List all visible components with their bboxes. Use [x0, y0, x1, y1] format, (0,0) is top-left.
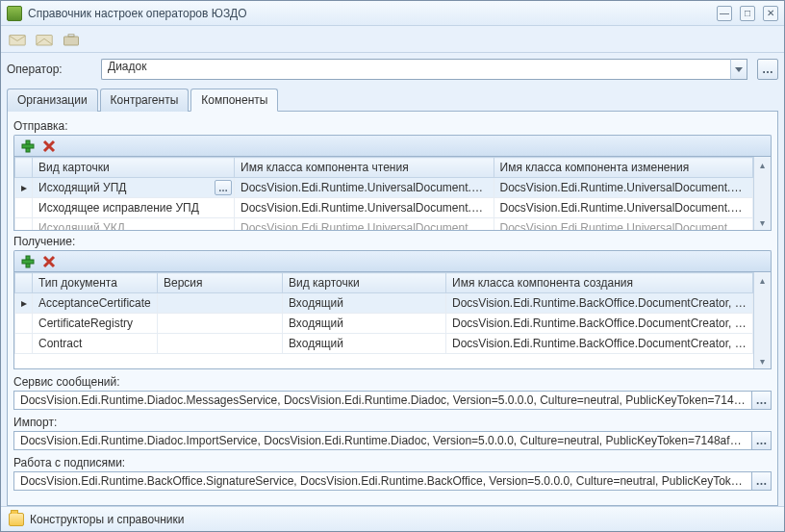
receiving-cell-card[interactable]: Входящий	[283, 314, 446, 334]
tab-components[interactable]: Компоненты	[190, 89, 278, 112]
sending-row[interactable]: Исходящее исправление УПД DocsVision.Edi…	[15, 198, 753, 218]
svg-rect-7	[22, 260, 34, 264]
receiving-cell-card[interactable]: Входящий	[283, 293, 446, 314]
sending-add-button[interactable]	[20, 139, 36, 154]
signatures-label: Работа с подписями:	[13, 456, 772, 469]
row-indicator-header	[15, 158, 33, 178]
sending-cell-read[interactable]: DocsVision.Edi.Runtime.UniversalDocument…	[235, 218, 494, 231]
receiving-cell-card[interactable]: Входящий	[283, 334, 446, 354]
main-toolbar	[1, 26, 784, 53]
sending-cell-card[interactable]: Исходящий УКД	[33, 218, 235, 231]
signatures-block: Работа с подписями: DocsVision.Edi.Runti…	[13, 456, 772, 491]
tab-organizations[interactable]: Организации	[7, 89, 98, 112]
receiving-label: Получение:	[13, 235, 772, 248]
title-bar: Справочник настроек операторов ЮЗДО — □ …	[1, 1, 784, 26]
sending-cell-read[interactable]: DocsVision.Edi.Runtime.UniversalDocument…	[235, 178, 494, 198]
sending-cell-change[interactable]: DocsVision.Edi.Runtime.UniversalDocument…	[494, 198, 753, 218]
svg-rect-2	[64, 37, 79, 45]
receiving-scrollbar[interactable]: ▴ ▾	[753, 272, 771, 368]
receiving-cell-create[interactable]: DocsVision.Edi.Runtime.BackOffice.Docume…	[446, 293, 753, 314]
chevron-down-icon	[735, 67, 743, 72]
tab-counterparties[interactable]: Контрагенты	[100, 89, 190, 112]
signatures-input[interactable]: DocsVision.Edi.Runtime.BackOffice.Signat…	[13, 471, 752, 491]
close-button[interactable]: ✕	[763, 6, 778, 21]
sending-cell-read[interactable]: DocsVision.Edi.Runtime.UniversalDocument…	[235, 198, 494, 218]
receiving-cell-version[interactable]	[158, 293, 283, 314]
sending-cell-card[interactable]: Исходящее исправление УПД	[33, 198, 235, 218]
scroll-up-icon[interactable]: ▴	[755, 272, 771, 288]
operator-dropdown-button[interactable]	[730, 59, 747, 80]
scroll-up-icon[interactable]: ▴	[755, 157, 771, 172]
sending-cell-change[interactable]: DocsVision.Edi.Runtime.UniversalDocument…	[494, 218, 753, 231]
receiving-row[interactable]: ▸ AcceptanceCertificate Входящий DocsVis…	[15, 293, 753, 314]
receiving-row[interactable]: Contract Входящий DocsVision.Edi.Runtime…	[15, 334, 753, 354]
current-row-marker-icon: ▸	[15, 178, 33, 198]
receiving-col-create[interactable]: Имя класса компонента создания	[446, 273, 753, 293]
current-row-marker-icon: ▸	[15, 293, 33, 314]
receiving-delete-button[interactable]	[41, 254, 57, 269]
receiving-cell-create[interactable]: DocsVision.Edi.Runtime.BackOffice.Docume…	[446, 314, 753, 334]
sending-scrollbar[interactable]: ▴ ▾	[753, 157, 771, 230]
signatures-browse-button[interactable]: …	[752, 471, 772, 491]
message-service-input[interactable]: DocsVision.Edi.Runtime.Diadoc.MessagesSe…	[13, 391, 752, 410]
mail-in-icon[interactable]	[7, 30, 28, 49]
maximize-button[interactable]: □	[740, 6, 755, 21]
window-buttons: — □ ✕	[717, 6, 778, 21]
message-service-label: Сервис сообщений:	[13, 375, 772, 389]
scroll-down-icon[interactable]: ▾	[755, 353, 771, 368]
folder-icon	[9, 513, 24, 526]
svg-rect-0	[10, 35, 26, 45]
sending-cell-change[interactable]: DocsVision.Edi.Runtime.UniversalDocument…	[494, 178, 753, 198]
app-window: Справочник настроек операторов ЮЗДО — □ …	[0, 0, 785, 532]
receiving-cell-type[interactable]: CertificateRegistry	[33, 314, 158, 334]
operator-row: Оператор: Диадок …	[7, 59, 778, 80]
sending-label: Отправка:	[13, 119, 772, 133]
message-service-block: Сервис сообщений: DocsVision.Edi.Runtime…	[13, 375, 772, 410]
receiving-col-type[interactable]: Тип документа	[33, 273, 158, 293]
body-area: Оператор: Диадок … Организации Контраген…	[1, 53, 784, 506]
sending-col-card[interactable]: Вид карточки	[33, 158, 235, 178]
import-input[interactable]: DocsVision.Edi.Runtime.Diadoc.ImportServ…	[13, 431, 752, 450]
receiving-cell-version[interactable]	[158, 334, 283, 354]
sending-grid-toolbar	[13, 135, 772, 156]
operator-label: Оператор:	[7, 63, 95, 76]
receiving-add-button[interactable]	[20, 254, 36, 269]
receiving-grid: Тип документа Версия Вид карточки Имя кл…	[13, 271, 772, 369]
window-title: Справочник настроек операторов ЮЗДО	[28, 7, 717, 20]
bottom-bar-label: Конструкторы и справочники	[30, 513, 184, 526]
operator-value[interactable]: Диадок	[101, 59, 730, 80]
receiving-cell-version[interactable]	[158, 314, 283, 334]
tab-content-components: Отправка: Вид карточки	[7, 112, 778, 506]
minimize-button[interactable]: —	[717, 6, 732, 21]
scroll-down-icon[interactable]: ▾	[755, 215, 771, 230]
svg-rect-5	[22, 144, 34, 148]
receiving-grid-toolbar	[13, 250, 772, 271]
sending-row[interactable]: Исходящий УКД DocsVision.Edi.Runtime.Uni…	[15, 218, 753, 231]
receiving-row[interactable]: CertificateRegistry Входящий DocsVision.…	[15, 314, 753, 334]
operator-combo: Диадок	[101, 59, 747, 80]
receiving-col-card[interactable]: Вид карточки	[283, 273, 446, 293]
tab-strip: Организации Контрагенты Компоненты	[7, 88, 778, 112]
svg-rect-3	[68, 34, 74, 36]
mail-out-icon[interactable]	[34, 30, 55, 49]
sending-cell-card[interactable]: Исходящий УПД …	[33, 178, 235, 198]
message-service-browse-button[interactable]: …	[752, 391, 772, 410]
import-browse-button[interactable]: …	[752, 431, 772, 450]
app-icon	[7, 6, 22, 21]
receiving-col-version[interactable]: Версия	[158, 273, 283, 293]
briefcase-icon[interactable]	[61, 30, 82, 49]
sending-col-read[interactable]: Имя класса компонента чтения	[235, 158, 494, 178]
sending-col-change[interactable]: Имя класса компонента изменения	[494, 158, 753, 178]
receiving-cell-type[interactable]: AcceptanceCertificate	[33, 293, 158, 314]
svg-rect-1	[37, 35, 53, 45]
cell-browse-button[interactable]: …	[215, 180, 232, 195]
operator-browse-button[interactable]: …	[757, 59, 778, 80]
receiving-cell-type[interactable]: Contract	[33, 334, 158, 354]
sending-delete-button[interactable]	[41, 139, 57, 154]
sending-row[interactable]: ▸ Исходящий УПД … DocsVision.Edi.Runtime…	[15, 178, 753, 198]
sending-grid: Вид карточки Имя класса компонента чтени…	[13, 156, 772, 231]
import-label: Импорт:	[13, 416, 772, 429]
bottom-bar[interactable]: Конструкторы и справочники	[1, 506, 784, 531]
receiving-cell-create[interactable]: DocsVision.Edi.Runtime.BackOffice.Docume…	[446, 334, 753, 354]
import-block: Импорт: DocsVision.Edi.Runtime.Diadoc.Im…	[13, 416, 772, 450]
